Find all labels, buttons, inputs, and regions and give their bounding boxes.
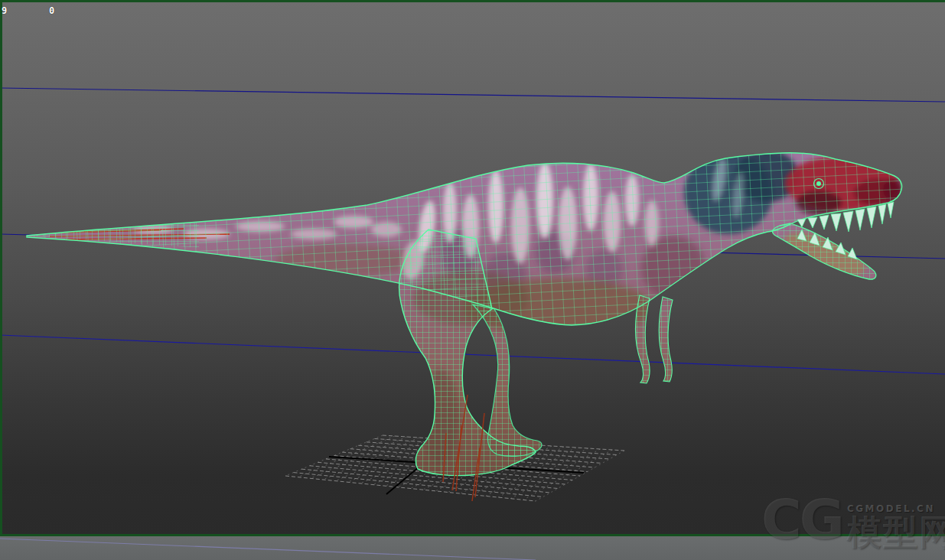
- frame-label-0: 0: [49, 5, 54, 16]
- trex-lower-jaw: [773, 223, 876, 279]
- strip-scene: [0, 536, 945, 560]
- frame-label-9: 9: [2, 5, 7, 16]
- 3d-scene: [0, 0, 945, 536]
- 3d-viewport[interactable]: 9 0: [0, 0, 945, 536]
- trex-wireframe: [27, 153, 902, 476]
- strip-grid-line: [0, 539, 536, 560]
- viewport-border-top: [0, 0, 945, 2]
- horizon-grid-line-3: [0, 335, 945, 374]
- secondary-viewport-strip[interactable]: [0, 536, 945, 560]
- viewport-border-bottom: [0, 534, 945, 536]
- trex-tail-tip: [27, 222, 199, 248]
- horizon-grid-line-1: [0, 88, 945, 102]
- viewport-border-left: [0, 0, 2, 536]
- trex-arm-near: [636, 295, 650, 383]
- trex-model[interactable]: [19, 145, 911, 490]
- trex-arm-far: [659, 297, 673, 382]
